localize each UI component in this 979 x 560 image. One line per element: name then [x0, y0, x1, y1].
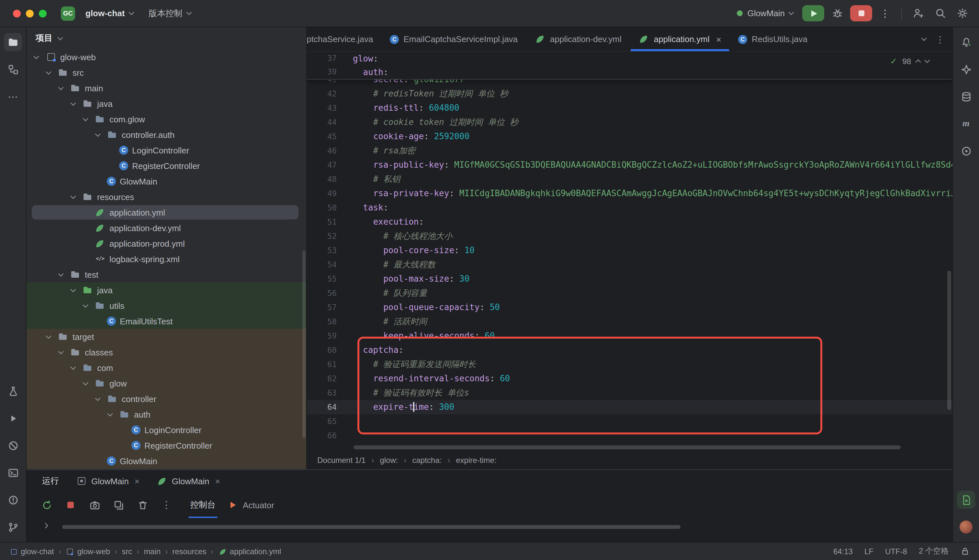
- tree-item[interactable]: application-dev.yml: [27, 220, 306, 236]
- chevron-down-icon[interactable]: [95, 131, 101, 137]
- tree-item[interactable]: com: [27, 360, 306, 375]
- code-line[interactable]: 42 # redisToken 过期时间 单位 秒: [307, 87, 952, 101]
- file-encoding[interactable]: UTF-8: [885, 547, 907, 556]
- statusbar-path-item[interactable]: resources: [172, 547, 206, 556]
- more-actions-button[interactable]: ⋮: [876, 5, 894, 22]
- tree-item[interactable]: CRegisterController: [27, 438, 306, 453]
- tree-item[interactable]: main: [27, 80, 306, 96]
- code-line[interactable]: 61 # 验证码重新发送间隔时长: [307, 357, 952, 372]
- scrollbar-thumb[interactable]: [947, 271, 951, 410]
- chevron-down-icon[interactable]: [70, 287, 76, 292]
- chevron-down-icon[interactable]: [46, 333, 52, 338]
- chevron-down-icon[interactable]: [83, 380, 88, 385]
- console-horizontal-scrollbar[interactable]: [62, 525, 680, 529]
- tree-item[interactable]: controller.auth: [27, 127, 306, 142]
- chevron-down-icon[interactable]: [83, 302, 88, 308]
- chevron-down-icon[interactable]: [58, 348, 64, 354]
- tab-options-kebab-icon[interactable]: ⋮: [936, 34, 945, 44]
- structure-tool-button[interactable]: [4, 60, 22, 78]
- code-line[interactable]: 64 expire-time: 300: [307, 400, 952, 414]
- code-line[interactable]: 65: [307, 414, 952, 428]
- tree-item[interactable]: java: [27, 96, 306, 112]
- breadcrumb-item[interactable]: expire-time:: [456, 456, 496, 465]
- rerun-button[interactable]: [40, 498, 54, 512]
- code-line[interactable]: 57 pool-queue-capacity: 50: [307, 300, 952, 315]
- chevron-down-icon[interactable]: [58, 271, 64, 277]
- tree-item[interactable]: classes: [27, 344, 306, 360]
- code-with-me-button[interactable]: [909, 5, 927, 22]
- statusbar-path-item[interactable]: main: [144, 547, 160, 556]
- run-tool-button[interactable]: [4, 409, 22, 427]
- chevron-down-icon[interactable]: [46, 69, 52, 75]
- code-line[interactable]: 53 pool-core-size: 10: [307, 243, 952, 258]
- stop-process-button[interactable]: [63, 498, 78, 512]
- ai-assistant-button[interactable]: [957, 60, 975, 78]
- lock-icon[interactable]: [960, 547, 970, 556]
- editor-tab[interactable]: application-dev.yml: [526, 27, 630, 51]
- statusbar-path-item[interactable]: glow-web: [66, 546, 110, 557]
- code-line[interactable]: 44 # cookie token 过期时间 单位 秒: [307, 115, 952, 130]
- tab-list-chevron-icon[interactable]: [921, 36, 927, 41]
- project-tool-button[interactable]: [4, 33, 22, 51]
- code-line[interactable]: 43 redis-ttl: 604800: [307, 101, 952, 115]
- breadcrumb-item[interactable]: glow:: [380, 456, 398, 465]
- tree-item[interactable]: glow: [27, 375, 306, 391]
- close-icon[interactable]: ×: [215, 476, 220, 486]
- tree-item[interactable]: </>logback-spring.xml: [27, 251, 306, 267]
- editor-vertical-scrollbar[interactable]: [947, 80, 952, 442]
- code-line[interactable]: 59 keep-alive-seconds: 60: [307, 329, 952, 343]
- line-separator[interactable]: LF: [864, 547, 874, 556]
- code-line[interactable]: 52 # 核心线程池大小: [307, 229, 952, 243]
- tree-item[interactable]: auth: [27, 407, 306, 422]
- expand-chevron-icon[interactable]: [43, 523, 48, 528]
- breadcrumb-item[interactable]: captcha:: [412, 456, 442, 465]
- editor-tab[interactable]: CRedisUtils.java: [730, 27, 816, 51]
- code-line[interactable]: 55 pool-max-size: 30: [307, 272, 952, 286]
- close-window-button[interactable]: [13, 9, 21, 17]
- tree-item[interactable]: CGlowMain: [27, 453, 306, 469]
- scrollbar-thumb[interactable]: [354, 445, 901, 449]
- tree-item[interactable]: resources: [27, 189, 306, 205]
- editor-tab[interactable]: CEmailCaptchaServiceImpl.java: [381, 27, 526, 51]
- chevron-down-icon[interactable]: [70, 364, 76, 370]
- code-line[interactable]: 48 # 私钥: [307, 172, 952, 187]
- code-line[interactable]: 62 resend-interval-seconds: 60: [307, 372, 952, 386]
- clear-output-button[interactable]: [135, 498, 150, 512]
- tree-item[interactable]: src: [27, 65, 306, 80]
- maven-tool-button[interactable]: m: [957, 115, 975, 133]
- stop-button[interactable]: [850, 5, 872, 22]
- notifications-button[interactable]: [957, 33, 975, 51]
- project-menu[interactable]: glow-chat: [80, 6, 138, 21]
- editor-horizontal-scrollbar[interactable]: [354, 445, 942, 450]
- caret-position[interactable]: 64:13: [833, 547, 853, 556]
- run-config-selector[interactable]: GlowMain: [732, 6, 798, 21]
- search-everywhere-button[interactable]: [931, 5, 949, 22]
- code-line[interactable]: 66: [307, 428, 952, 443]
- chevron-down-icon[interactable]: [58, 85, 64, 90]
- code-line[interactable]: 60 captcha:: [307, 343, 952, 357]
- profile-button[interactable]: [957, 518, 975, 536]
- notifications-tool-button[interactable]: [4, 491, 22, 509]
- terminal-tool-button[interactable]: [4, 463, 22, 482]
- chevron-down-icon[interactable]: [70, 193, 76, 199]
- run-session-tab[interactable]: GlowMain×: [151, 474, 225, 488]
- code-line[interactable]: 37glow:: [307, 52, 952, 65]
- more-tool-windows-button[interactable]: ⋯: [4, 87, 22, 105]
- chevron-down-icon[interactable]: [95, 395, 101, 401]
- vcs-menu[interactable]: 版本控制: [143, 5, 196, 22]
- code-line[interactable]: 58 # 活跃时间: [307, 315, 952, 329]
- tree-item[interactable]: utils: [27, 298, 306, 313]
- debug-button[interactable]: [828, 5, 846, 22]
- code-line[interactable]: 39 auth:: [307, 65, 952, 79]
- chevron-down-icon[interactable]: [34, 53, 39, 59]
- chevron-down-icon[interactable]: [83, 115, 88, 121]
- tree-item[interactable]: application-prod.yml: [27, 236, 306, 251]
- indent-style[interactable]: 2 个空格: [919, 546, 949, 557]
- run-button[interactable]: [802, 5, 824, 22]
- code-line[interactable]: 47 rsa-public-key: MIGfMA0GCSqGSIb3DQEBA…: [307, 158, 952, 172]
- tree-item[interactable]: CLoginController: [27, 142, 306, 158]
- restore-layout-button[interactable]: [112, 498, 126, 512]
- code-line[interactable]: 49 rsa-private-key: MIICdgIBADANBgkqhkiG…: [307, 187, 952, 201]
- editor-tab[interactable]: ailCaptchaService.java: [307, 27, 381, 51]
- chevron-down-icon[interactable]: [70, 100, 76, 105]
